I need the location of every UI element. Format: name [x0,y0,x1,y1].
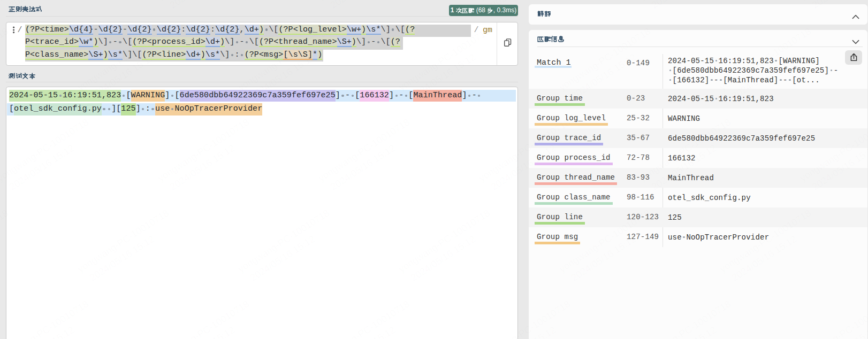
svg-text:2024/05/16 15:12: 2024/05/16 15:12 [168,0,237,11]
svg-text:yongwang-PC-10010718: yongwang-PC-10010718 [156,0,251,2]
svg-text:yongwang-PC-10010718: yongwang-PC-10010718 [0,0,90,2]
svg-text:yongwang-PC-10010718: yongwang-PC-10010718 [798,0,868,2]
svg-text:yongwang-PC-10010718: yongwang-PC-10010718 [637,0,733,2]
svg-text:2024/05/16 15:12: 2024/05/16 15:12 [329,0,397,11]
svg-text:yongwang-PC-10010718: yongwang-PC-10010718 [477,0,572,2]
svg-text:yongwang-PC-10010718: yongwang-PC-10010718 [316,0,412,2]
